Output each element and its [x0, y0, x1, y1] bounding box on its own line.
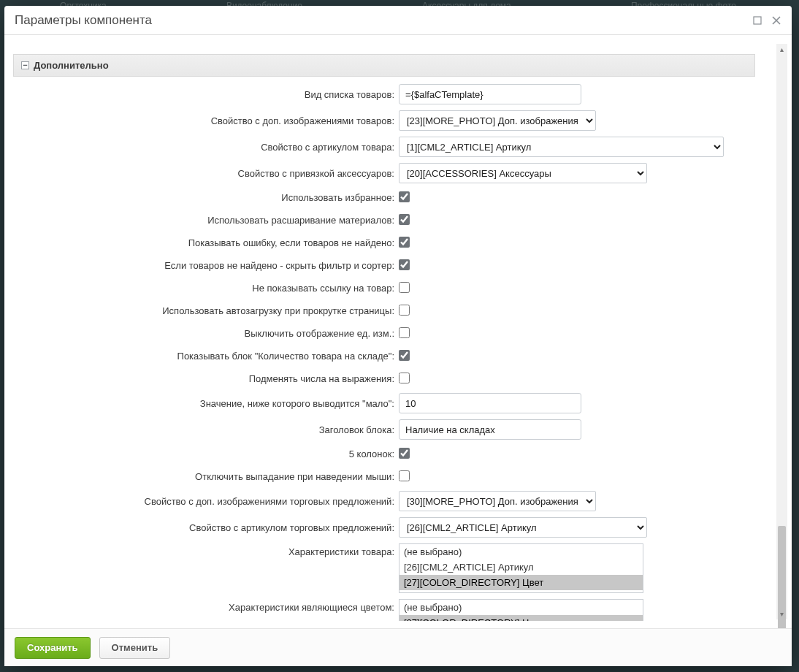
checkbox-five-cols[interactable] — [399, 448, 410, 459]
cancel-button[interactable]: Отменить — [99, 637, 171, 659]
checkbox-show-stock-block[interactable] — [399, 350, 410, 361]
listbox-color-props[interactable]: (не выбрано)[27][COLOR_DIRECTORY] Цвет[2… — [399, 599, 643, 621]
vertical-scrollbar[interactable]: ▴ ▾ — [776, 44, 787, 619]
select-offer-more-photo[interactable]: [30][MORE_PHOTO] Доп. изображения — [399, 491, 596, 511]
dialog-header: Параметры компонента — [4, 6, 792, 35]
dialog-body: − Дополнительно Вид списка товаров: Свой… — [4, 35, 792, 628]
label-list-view: Вид списка товаров: — [13, 89, 399, 100]
checkbox-hide-filter[interactable] — [399, 259, 410, 270]
listbox-option[interactable]: [27][COLOR_DIRECTORY] Цвет — [400, 575, 643, 590]
label-use-share: Использовать расшаривание материалов: — [13, 215, 399, 226]
checkbox-replace-numbers[interactable] — [399, 373, 410, 383]
scroll-area: − Дополнительно Вид списка товаров: Свой… — [13, 42, 774, 621]
label-color-props: Характеристики являющиеся цветом: — [13, 599, 399, 613]
scroll-up-icon[interactable]: ▴ — [776, 44, 787, 55]
listbox-option[interactable]: [26][CML2_ARTICLE] Артикул — [400, 560, 643, 575]
label-use-favorite: Использовать избранное: — [13, 192, 399, 203]
select-accessories[interactable]: [20][ACCESSORIES] Аксессуары — [399, 163, 647, 183]
label-disable-hover: Отключить выпадание при наведении мыши: — [13, 471, 399, 482]
close-icon[interactable] — [771, 15, 781, 26]
select-more-photo[interactable]: [23][MORE_PHOTO] Доп. изображения — [399, 110, 596, 131]
dialog-footer: Сохранить Отменить — [4, 628, 792, 666]
collapse-icon[interactable]: − — [21, 61, 29, 69]
label-show-stock-block: Показывать блок "Количество товара на ск… — [13, 351, 399, 362]
label-article: Свойство с артикулом товара: — [13, 142, 399, 153]
svg-rect-0 — [754, 17, 761, 24]
input-block-title[interactable] — [399, 419, 581, 440]
checkbox-use-favorite[interactable] — [399, 191, 410, 202]
save-button[interactable]: Сохранить — [15, 637, 91, 659]
label-block-title: Заголовок блока: — [13, 424, 399, 435]
checkbox-autoload[interactable] — [399, 305, 410, 316]
label-low-value: Значение, ниже которого выводится "мало"… — [13, 398, 399, 409]
listbox-product-props[interactable]: (не выбрано)[26][CML2_ARTICLE] Артикул[2… — [399, 543, 643, 593]
listbox-option[interactable]: [27][COLOR_DIRECTORY] Цвет — [400, 615, 643, 621]
label-accessories: Свойство с привязкой аксессуаров: — [13, 168, 399, 179]
scroll-down-icon[interactable]: ▾ — [776, 608, 787, 619]
listbox-option[interactable]: (не выбрано) — [400, 600, 643, 615]
section-additional-header[interactable]: − Дополнительно — [13, 54, 755, 77]
checkbox-disable-units[interactable] — [399, 327, 410, 338]
label-five-cols: 5 колонок: — [13, 448, 399, 459]
label-more-photo: Свойство с доп. изображениями товаров: — [13, 115, 399, 126]
section-title: Дополнительно — [34, 60, 109, 71]
label-autoload: Использовать автозагрузку при прокрутке … — [13, 305, 399, 316]
label-product-props: Характеристики товара: — [13, 543, 399, 557]
select-offer-article[interactable]: [26][CML2_ARTICLE] Артикул — [399, 517, 647, 538]
input-low-value[interactable] — [399, 393, 581, 413]
label-offer-more-photo: Свойство с доп. изображениями торговых п… — [13, 496, 399, 507]
checkbox-hide-link[interactable] — [399, 282, 410, 293]
checkbox-use-share[interactable] — [399, 214, 410, 225]
dialog-title: Параметры компонента — [15, 13, 152, 28]
minimize-icon[interactable] — [752, 15, 762, 26]
component-params-dialog: Параметры компонента − Дополнительно Вид… — [4, 6, 792, 666]
label-replace-numbers: Подменять числа на выражения: — [13, 373, 399, 384]
listbox-option[interactable]: (не выбрано) — [400, 544, 643, 560]
label-hide-link: Не показывать ссылку на товар: — [13, 283, 399, 294]
label-offer-article: Свойство с артикулом торговых предложени… — [13, 522, 399, 533]
checkbox-show-error[interactable] — [399, 237, 410, 248]
checkbox-disable-hover[interactable] — [399, 470, 410, 481]
label-show-error: Показывать ошибку, если товаров не найде… — [13, 237, 399, 248]
label-disable-units: Выключить отображение ед. изм.: — [13, 328, 399, 339]
label-hide-filter: Если товаров не найдено - скрыть фильтр … — [13, 260, 399, 271]
select-article[interactable]: [1][CML2_ARTICLE] Артикул — [399, 137, 724, 157]
input-list-view[interactable] — [399, 84, 581, 104]
